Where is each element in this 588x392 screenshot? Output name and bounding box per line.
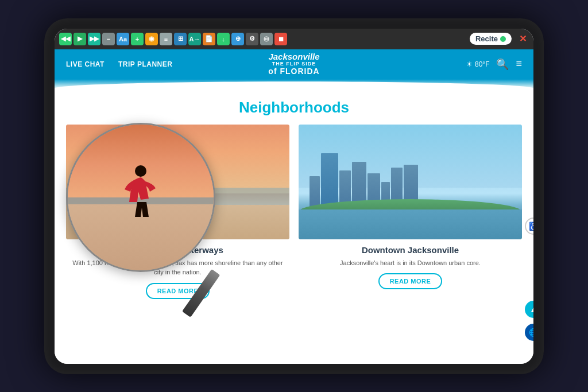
scroll-up-button[interactable]: ▲ (525, 301, 533, 318)
toolbar-grid-btn[interactable]: ⊞ (174, 33, 187, 45)
toolbar-lines-btn[interactable]: ≡ (160, 33, 172, 45)
svg-point-0 (174, 162, 182, 170)
toolbar-translate-btn[interactable]: A→ (188, 33, 201, 45)
recite-badge: Recite (470, 33, 512, 45)
toolbar-forward-btn[interactable]: ▶▶ (88, 33, 100, 45)
beaches-card-title: Beaches & Waterways (132, 245, 223, 255)
weather-display: ☀ 80°F (466, 60, 489, 68)
site-logo: Jacksonville THE FLIP SIDE of FLORIDA (268, 52, 319, 76)
toolbar-stop-btn[interactable]: ⏹ (274, 33, 287, 45)
downtown-water (299, 209, 522, 239)
scroll-up-icon: ▲ (529, 305, 533, 314)
toolbar-download-btn[interactable]: ↓ (217, 33, 230, 45)
toolbar-settings2-btn[interactable]: ◎ (260, 33, 273, 45)
section-title: Neighborhoods (55, 88, 533, 125)
downtown-photo (299, 125, 522, 239)
website-content: LIVE CHAT TRIP PLANNER Jacksonville THE … (55, 49, 533, 364)
nav-right: ☀ 80°F 🔍 ≡ (466, 58, 522, 71)
weather-icon: ☀ (466, 60, 473, 68)
toolbar-font-btn[interactable]: Aa (117, 33, 129, 45)
nav-links: LIVE CHAT TRIP PLANNER (66, 60, 172, 68)
toolbar-minus-btn[interactable]: − (102, 33, 115, 45)
logo-jacksonville: Jacksonville (268, 52, 319, 62)
downtown-card-image (299, 125, 522, 239)
search-icon[interactable]: 🔍 (496, 58, 509, 71)
globe-icon: 🌐 (529, 328, 534, 337)
toolbar-play-btn[interactable]: ▶ (74, 33, 86, 45)
tablet-screen: ◀◀ ▶ ▶▶ − Aa + ◉ ≡ ⊞ A→ 📄 ↓ ⊕ ⚙ ◎ ⏹ Reci… (55, 29, 533, 364)
nav-trip-planner[interactable]: TRIP PLANNER (118, 60, 172, 68)
weather-temp: 80°F (475, 60, 489, 68)
toolbar-zoom-btn[interactable]: ⊕ (231, 33, 244, 45)
toolbar-doc-btn[interactable]: 📄 (203, 33, 215, 45)
beach-photo (66, 125, 289, 239)
downtown-read-more-btn[interactable]: READ MORE (378, 273, 443, 289)
toolbar-close-btn[interactable]: ✕ (517, 33, 529, 44)
main-content: Neighborhoods (55, 88, 533, 364)
beaches-card-desc: With 1,100 miles of navigable water, Jax… (66, 258, 289, 277)
toolbar-color-btn[interactable]: ◉ (145, 33, 158, 45)
downtown-card: Downtown Jacksonville Jacksonville's hea… (299, 125, 522, 299)
downtown-card-desc: Jacksonville's heart is in its Downtown … (334, 258, 486, 268)
beaches-card: Beaches & Waterways With 1,100 miles of … (66, 125, 289, 299)
beach-sand (66, 205, 289, 239)
cards-row: Beaches & Waterways With 1,100 miles of … (55, 125, 533, 299)
accessibility-toolbar: ◀◀ ▶ ▶▶ − Aa + ◉ ≡ ⊞ A→ 📄 ↓ ⊕ ⚙ ◎ ⏹ Reci… (55, 29, 533, 49)
person-figure (167, 161, 189, 201)
downtown-card-title: Downtown Jacksonville (362, 245, 459, 255)
accessibility-icon: ♿ (529, 222, 534, 231)
wave-divider (55, 79, 533, 88)
site-nav: LIVE CHAT TRIP PLANNER Jacksonville THE … (55, 49, 533, 79)
toolbar-plus-btn[interactable]: + (131, 33, 144, 45)
hamburger-menu-icon[interactable]: ≡ (516, 58, 522, 70)
nav-live-chat[interactable]: LIVE CHAT (66, 60, 105, 68)
toolbar-settings-btn[interactable]: ⚙ (246, 33, 258, 45)
tablet-device: ◀◀ ▶ ▶▶ − Aa + ◉ ≡ ⊞ A→ 📄 ↓ ⊕ ⚙ ◎ ⏹ Reci… (44, 18, 544, 374)
recite-status-dot (500, 36, 506, 42)
beaches-read-more-btn[interactable]: READ MORE (146, 283, 210, 299)
logo-florida: of FLORIDA (268, 67, 319, 76)
recite-label: Recite (475, 34, 498, 43)
toolbar-rewind-btn[interactable]: ◀◀ (59, 33, 72, 45)
beaches-card-image (66, 125, 289, 239)
globe-button[interactable]: 🌐 (525, 324, 533, 341)
